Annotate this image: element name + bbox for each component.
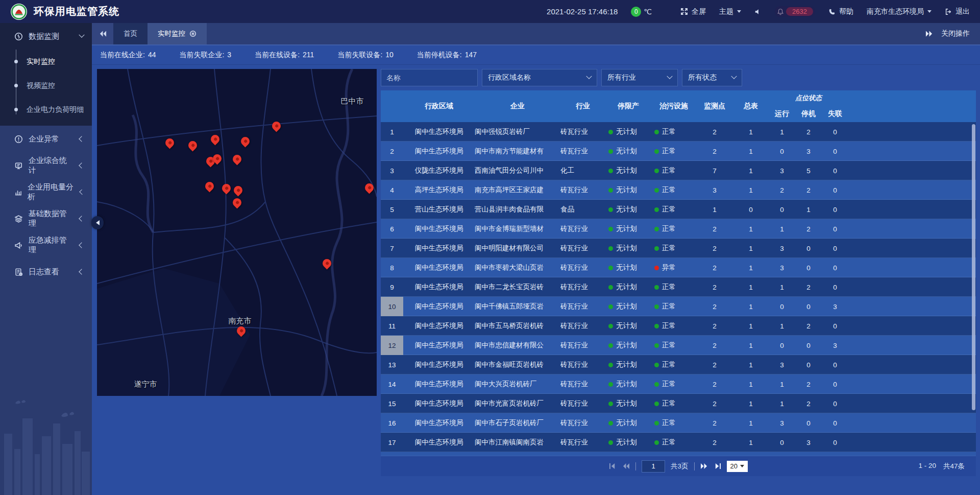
double-chevron-right-icon[interactable] xyxy=(925,30,933,37)
sidebar-subitem[interactable]: 实时监控 xyxy=(0,50,92,74)
sidebar-group-logs[interactable]: 日志查看 xyxy=(0,258,92,285)
table-row[interactable]: 9 阆中生态环境局 阆中市二龙长宝页岩砖 砖瓦行业 无计划 xyxy=(381,277,976,297)
next-page-button[interactable] xyxy=(700,463,708,469)
cell-lost: 0 xyxy=(822,186,848,194)
page-number-input[interactable] xyxy=(642,460,665,473)
cell-meters: 1 xyxy=(733,322,769,330)
table-row[interactable]: 17 阆中生态环境局 阆中市江南镇阆南页岩 砖瓦行业 无计划 xyxy=(381,433,976,452)
cell-meters: 1 xyxy=(733,361,769,369)
cell-region: 阆中生态环境局 xyxy=(403,360,475,369)
first-page-icon xyxy=(609,463,617,469)
cell-region: 高坪生态环境局 xyxy=(403,185,475,195)
sidebar-group-emergency[interactable]: 应急减排管理 xyxy=(0,232,92,258)
tab-realtime-monitor[interactable]: 实时监控 xyxy=(148,23,207,44)
logout-button[interactable]: 退出 xyxy=(945,7,970,16)
table-row[interactable]: 11 阆中生态环境局 阆中市五马桥页岩机砖 砖瓦行业 无计划 xyxy=(381,316,976,336)
cell-index: 4 xyxy=(381,180,403,200)
cell-industry: 砖瓦行业 xyxy=(560,399,605,408)
status-dot-green xyxy=(608,266,613,270)
sidebar-group-base-data[interactable]: 基础数据管理 xyxy=(0,205,92,232)
table-row[interactable]: 6 阆中生态环境局 阆中市金博瑞新型墙材 砖瓦行业 无计划 xyxy=(381,219,976,239)
table-scrollbar[interactable] xyxy=(972,124,975,410)
cell-points: 2 xyxy=(696,400,733,408)
tabs-scroll-left-button[interactable] xyxy=(92,23,113,44)
sidebar-subitem[interactable]: 企业电力负荷明细 xyxy=(0,98,92,122)
status-dot-green xyxy=(608,188,613,193)
table-row[interactable]: 3 仪陇生态环境局 西南油气田分公司川中 化工 无计划 xyxy=(381,161,976,180)
help-button[interactable]: 帮助 xyxy=(828,7,853,16)
table-row[interactable]: 16 阆中生态环境局 阆中市石子页岩机砖厂 砖瓦行业 无计划 xyxy=(381,413,976,433)
first-page-button[interactable] xyxy=(609,463,617,469)
cell-lost: 0 xyxy=(822,322,848,330)
sidebar-subitem[interactable]: 视频监控 xyxy=(0,74,92,98)
cell-limit: 无计划 xyxy=(605,341,651,350)
cell-run: 2 xyxy=(769,186,795,194)
mute-button[interactable] xyxy=(754,8,762,15)
industry-select[interactable]: 所有行业 xyxy=(601,69,678,86)
last-page-icon xyxy=(714,463,721,469)
status-select[interactable]: 所有状态 xyxy=(682,69,742,86)
notifications[interactable]: 2632 xyxy=(775,6,815,17)
chevron-left-icon xyxy=(79,216,84,221)
table-row[interactable]: 5 营山生态环境局 营山县润丰肉食品有限 食品 无计划 xyxy=(381,200,976,219)
bell-icon xyxy=(777,8,784,15)
col-group-point-status: 点位状态 xyxy=(769,90,848,106)
sidebar-group-data-monitor[interactable]: 数据监测 xyxy=(0,23,92,50)
chevron-down-icon xyxy=(79,32,84,38)
table-row[interactable]: 12 阆中生态环境局 阆中市忠信建材有限公 砖瓦行业 无计划 xyxy=(381,336,976,355)
cell-industry: 砖瓦行业 xyxy=(560,282,605,292)
cell-lost: 0 xyxy=(822,148,848,155)
table-row[interactable]: 13 阆中生态环境局 阆中市金福旺页岩机砖 砖瓦行业 无计划 xyxy=(381,355,976,374)
presentation-board-icon xyxy=(14,161,23,170)
org-menu[interactable]: 南充市生态环境局 xyxy=(867,7,932,16)
sidebar-group-enterprise-anomaly[interactable]: 企业异常 xyxy=(0,126,92,152)
cell-limit: 无计划 xyxy=(605,127,651,136)
cell-points: 2 xyxy=(696,361,733,369)
fullscreen-button[interactable]: 全屏 xyxy=(680,7,706,16)
sidebar-group-enterprise-stats[interactable]: 企业综合统计 xyxy=(0,152,92,179)
datetime: 2021-02-25 17:46:18 xyxy=(547,7,618,16)
map-panel[interactable]: 巴中市南充市遂宁市 xyxy=(97,69,377,396)
cell-region: 营山生态环境局 xyxy=(403,205,475,214)
tab-close-icon[interactable] xyxy=(189,30,197,37)
table-row[interactable]: 2 阆中生态环境局 阆中市南方节能建材有 砖瓦行业 无计划 xyxy=(381,142,976,161)
status-dot xyxy=(654,363,659,367)
cell-region: 阆中生态环境局 xyxy=(403,127,475,136)
status-dot xyxy=(654,382,659,387)
cell-run: 3 xyxy=(769,419,795,427)
table-row[interactable]: 7 阆中生态环境局 阆中明阳建材有限公司 砖瓦行业 无计划 xyxy=(381,239,976,258)
map-city-label: 遂宁市 xyxy=(134,380,157,389)
table-row[interactable]: 8 阆中生态环境局 阆中市枣碧大梁山页岩 砖瓦行业 无计划 xyxy=(381,258,976,277)
cell-limit: 无计划 xyxy=(605,302,651,311)
cell-stop: 2 xyxy=(795,381,822,388)
metric-label: 当前在线企业: xyxy=(100,51,145,60)
cell-run: 0 xyxy=(769,439,795,446)
page-size-select[interactable]: 20 xyxy=(727,461,748,472)
cell-limit: 无计划 xyxy=(605,147,651,156)
region-select[interactable]: 行政区域名称 xyxy=(482,69,597,86)
table-row[interactable]: 4 高坪生态环境局 南充市高坪区王家店建 砖瓦行业 无计划 xyxy=(381,180,976,200)
map-collapse-handle[interactable] xyxy=(91,216,104,229)
close-operations-button[interactable]: 关闭操作 xyxy=(941,29,970,38)
cell-limit: 无计划 xyxy=(605,263,651,272)
sidebar-group-power-analysis[interactable]: 企业用电量分析 xyxy=(0,179,92,205)
cell-company: 南充市高坪区王家店建 xyxy=(475,185,560,195)
table-row[interactable]: 15 阆中生态环境局 阆中市光富页岩机砖厂 砖瓦行业 无计划 xyxy=(381,394,976,413)
status-dot-green xyxy=(608,246,613,251)
cell-run: 1 xyxy=(769,400,795,408)
tab-home[interactable]: 首页 xyxy=(113,23,148,44)
theme-menu[interactable]: 主题 xyxy=(719,7,741,16)
name-search-input[interactable] xyxy=(381,69,478,86)
double-chevron-left-icon xyxy=(622,463,630,469)
cell-index: 3 xyxy=(381,161,403,180)
cell-facility: 正常 xyxy=(651,418,696,428)
temperature-value: 0 xyxy=(631,7,641,17)
table-row[interactable]: 1 阆中生态环境局 阆中强锐页岩砖厂 砖瓦行业 无计划 xyxy=(381,122,976,142)
cell-limit: 无计划 xyxy=(605,185,651,195)
prev-page-button[interactable] xyxy=(622,463,630,469)
last-page-button[interactable] xyxy=(714,463,721,469)
table-row[interactable]: 10 阆中生态环境局 阆中千佛镇五郎垭页岩 砖瓦行业 无计划 xyxy=(381,297,976,316)
top-header: 环保用电监管系统 2021-02-25 17:46:18 0 ℃ 全屏 主题 2… xyxy=(0,0,980,23)
table-row[interactable]: 14 阆中生态环境局 阆中大兴页岩机砖厂 砖瓦行业 无计划 xyxy=(381,374,976,394)
cell-index: 6 xyxy=(381,219,403,239)
